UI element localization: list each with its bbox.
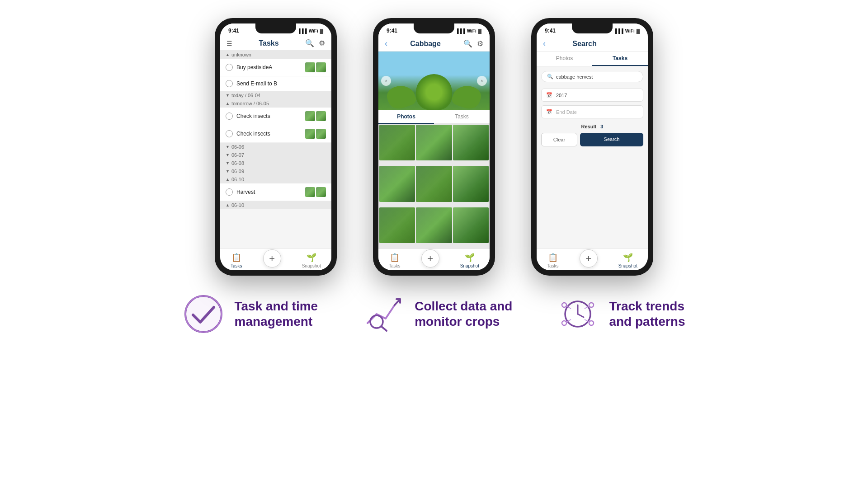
calendar-start-icon: 📅 (546, 92, 552, 98)
photo-cell-2[interactable] (416, 125, 452, 160)
tasks-icon-1: 📋 (231, 253, 241, 263)
section-tomorrow[interactable]: ▲ tomorrow / 06-05 (220, 99, 331, 108)
fab-button-1[interactable]: + (263, 249, 281, 267)
task-checkbox-2[interactable] (226, 80, 233, 87)
phone-cabbage-screen: 9:41 ▐▐▐ WiFi ▓ ‹ Cabbage 🔍 ⚙ (378, 23, 490, 270)
bottom-tab-tasks-2[interactable]: 📋 Tasks (389, 253, 401, 268)
feature-icon-chart (363, 294, 404, 334)
section-0610b[interactable]: ▲ 06-10 (220, 201, 331, 209)
phone-tasks: 9:41 ▐▐▐ WiFi ▓ ☰ Tasks 🔍 ⚙ (215, 18, 337, 276)
phone-search-screen: 9:41 ▐▐▐ WiFi ▓ ‹ Search Photos Tasks 🔍 (537, 23, 648, 270)
photo-cell-6[interactable] (453, 166, 489, 202)
section-0609[interactable]: ▼ 06-09 (220, 167, 331, 175)
svg-point-8 (562, 303, 566, 307)
thumb-3b (316, 129, 326, 139)
section-0607[interactable]: ▼ 06-07 (220, 151, 331, 159)
bottom-tab-snapshot-3[interactable]: 🌱 Snapshot (618, 253, 637, 268)
bottom-tab-snapshot-label-3: Snapshot (618, 263, 637, 268)
end-date-row[interactable]: 📅 End Date (541, 105, 643, 118)
search-tab-tasks[interactable]: Tasks (592, 52, 648, 66)
bottom-tab-tasks-3[interactable]: 📋 Tasks (547, 253, 559, 268)
photo-cell-3[interactable] (453, 125, 489, 160)
task-thumbs-harvest (305, 187, 326, 197)
photo-cell-4[interactable] (379, 166, 415, 202)
feature-icon-check (183, 294, 224, 334)
search-tab-photos[interactable]: Photos (537, 52, 592, 66)
fab-button-3[interactable]: + (580, 249, 598, 267)
search-icon-nav1[interactable]: 🔍 (305, 39, 314, 47)
svg-point-11 (589, 321, 594, 325)
feature-line1-3: Track trends (609, 299, 685, 314)
thumb-h2 (316, 187, 326, 197)
phone-search: 9:41 ▐▐▐ WiFi ▓ ‹ Search Photos Tasks 🔍 (531, 18, 653, 276)
nav-bar-search: ‹ Search (537, 36, 648, 52)
photo-cell-1[interactable] (379, 125, 415, 160)
section-0610[interactable]: ▲ 06-10 (220, 175, 331, 183)
snapshot-icon-1: 🌱 (307, 253, 316, 263)
task-item-send-email[interactable]: Send E-mail to B (220, 76, 331, 91)
bottom-bar-3: 📋 Tasks + 🌱 Snapshot (537, 249, 648, 270)
photo-cell-7[interactable] (379, 207, 415, 243)
settings-icon-nav2[interactable]: ⚙ (477, 39, 483, 48)
svg-line-7 (578, 314, 584, 317)
thumb-2a (305, 111, 315, 121)
end-date-placeholder: End Date (556, 109, 577, 115)
feature-line2-3: and patterns (609, 314, 685, 329)
photo-tabs: Photos Tasks (378, 110, 490, 124)
bottom-tab-snapshot-2[interactable]: 🌱 Snapshot (460, 253, 479, 268)
bottom-tab-tasks-1[interactable]: 📋 Tasks (231, 253, 242, 268)
wifi-icon-2: WiFi (467, 28, 476, 33)
nav-bar-cabbage: ‹ Cabbage 🔍 ⚙ (378, 36, 490, 52)
back-icon-cabbage[interactable]: ‹ (385, 39, 387, 48)
feature-track-trends: Track trends and patterns (557, 294, 685, 334)
task-label-check1: Check insects (236, 113, 302, 119)
photo-cell-8[interactable] (416, 207, 452, 243)
section-0606[interactable]: ▼ 06-06 (220, 143, 331, 151)
bottom-tab-snapshot-1[interactable]: 🌱 Snapshot (302, 253, 321, 268)
feature-line1-1: Task and time (235, 299, 318, 314)
signal-icon-2: ▐▐▐ (455, 28, 465, 33)
section-label-0606: 06-06 (231, 144, 244, 150)
task-checkbox-1[interactable] (226, 64, 233, 71)
task-checkbox-3[interactable] (226, 113, 233, 120)
carousel-prev-btn[interactable]: ‹ (381, 76, 391, 86)
section-0608[interactable]: ▼ 06-08 (220, 159, 331, 167)
tab-tasks-cabbage[interactable]: Tasks (434, 110, 490, 124)
task-item-harvest[interactable]: Harvest (220, 183, 331, 201)
thumb-h1 (305, 187, 315, 197)
search-icon-nav2[interactable]: 🔍 (463, 39, 472, 48)
back-icon-search[interactable]: ‹ (543, 39, 546, 48)
start-date-row[interactable]: 📅 2017 (541, 89, 643, 102)
status-bar-1: 9:41 ▐▐▐ WiFi ▓ (220, 23, 331, 36)
task-item-check2[interactable]: Check insects (220, 125, 331, 143)
time-2: 9:41 (387, 28, 397, 34)
section-label-0609: 06-09 (231, 169, 244, 174)
clear-button[interactable]: Clear (541, 133, 577, 146)
battery-icon-3: ▓ (637, 28, 640, 33)
carousel-next-btn[interactable]: › (477, 76, 487, 86)
bottom-bar-1: 📋 Tasks + 🌱 Snapshot (220, 249, 331, 270)
photo-cell-5[interactable] (416, 166, 452, 202)
nav-icons-tasks: 🔍 ⚙ (305, 39, 325, 47)
section-label-0607: 06-07 (231, 152, 244, 158)
result-label: Result (581, 124, 597, 129)
section-unknown[interactable]: ▲ unknown (220, 51, 331, 59)
task-checkbox-harvest[interactable] (226, 188, 233, 196)
tasks-icon-3: 📋 (548, 253, 558, 263)
section-today[interactable]: ▼ today / 06-04 (220, 91, 331, 99)
phones-row: 9:41 ▐▐▐ WiFi ▓ ☰ Tasks 🔍 ⚙ (215, 0, 653, 276)
task-item-check1[interactable]: Check insects (220, 108, 331, 125)
cabbage-leaf-right (450, 81, 483, 110)
fab-button-2[interactable]: + (421, 249, 439, 267)
settings-icon-nav1[interactable]: ⚙ (319, 39, 325, 47)
search-button[interactable]: Search (580, 133, 643, 146)
task-item-buy-pesticide[interactable]: Buy pestisideA (220, 59, 331, 76)
search-box[interactable]: 🔍 cabbage hervest (541, 71, 643, 82)
task-checkbox-4[interactable] (226, 130, 233, 137)
tab-photos[interactable]: Photos (378, 110, 434, 124)
battery-icon-2: ▓ (478, 28, 481, 33)
photo-cell-9[interactable] (453, 207, 489, 243)
menu-icon[interactable]: ☰ (226, 40, 232, 47)
section-label-today: today / 06-04 (231, 93, 260, 98)
result-row: Result 3 (537, 120, 648, 133)
